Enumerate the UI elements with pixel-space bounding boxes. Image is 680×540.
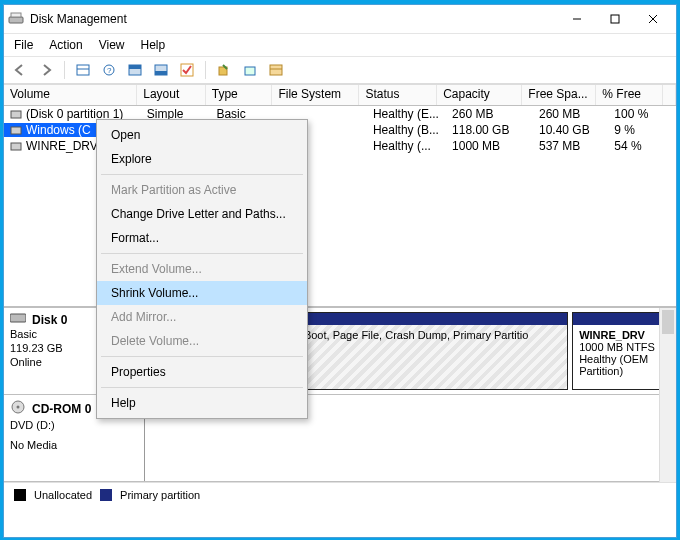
col-status[interactable]: Status <box>359 85 437 105</box>
svg-rect-17 <box>270 65 282 75</box>
svg-rect-3 <box>611 15 619 23</box>
partition-title: WINRE_DRV <box>579 329 665 341</box>
context-separator <box>101 174 303 175</box>
volume-free: 260 MB <box>533 107 608 121</box>
volume-icon <box>10 140 22 152</box>
volume-free: 537 MB <box>533 139 608 153</box>
svg-rect-11 <box>129 65 141 69</box>
context-separator <box>101 387 303 388</box>
close-button[interactable] <box>634 8 672 30</box>
partition-sub2: Healthy (OEM Partition) <box>579 353 665 377</box>
disk-title: Disk 0 <box>32 313 67 327</box>
context-item: Extend Volume... <box>97 257 307 281</box>
volume-pct: 100 % <box>608 107 676 121</box>
volume-context-menu: OpenExploreMark Partition as ActiveChang… <box>96 119 308 419</box>
col-filesystem[interactable]: File System <box>272 85 359 105</box>
context-item: Delete Volume... <box>97 329 307 353</box>
menu-help[interactable]: Help <box>141 38 166 52</box>
svg-rect-20 <box>11 127 21 134</box>
svg-rect-19 <box>11 111 21 118</box>
volume-capacity: 1000 MB <box>446 139 533 153</box>
menu-bar: File Action View Help <box>4 34 676 57</box>
volume-pct: 9 % <box>608 123 676 137</box>
menu-view[interactable]: View <box>99 38 125 52</box>
connect-icon[interactable] <box>240 60 260 80</box>
svg-text:?: ? <box>107 66 112 75</box>
context-item: Add Mirror... <box>97 305 307 329</box>
volume-list-header: Volume Layout Type File System Status Ca… <box>4 84 676 106</box>
window-title: Disk Management <box>30 12 558 26</box>
refresh-icon[interactable] <box>214 60 234 80</box>
volume-icon <box>10 108 22 120</box>
swatch-unallocated <box>14 489 26 501</box>
svg-rect-0 <box>9 17 23 23</box>
menu-action[interactable]: Action <box>49 38 82 52</box>
col-layout[interactable]: Layout <box>137 85 206 105</box>
volume-icon <box>10 124 22 136</box>
back-icon[interactable] <box>10 60 30 80</box>
volume-status: Healthy (... <box>367 139 446 153</box>
context-item: Mark Partition as Active <box>97 178 307 202</box>
cdrom-state: No Media <box>10 438 138 452</box>
svg-rect-1 <box>11 13 21 17</box>
legend-primary: Primary partition <box>120 489 200 501</box>
svg-rect-6 <box>77 65 89 75</box>
cdrom-kind: DVD (D:) <box>10 418 138 432</box>
titlebar: Disk Management <box>4 5 676 34</box>
col-capacity[interactable]: Capacity <box>437 85 522 105</box>
col-pad <box>663 85 676 105</box>
volume-capacity: 118.00 GB <box>446 123 533 137</box>
partition-sub: 1000 MB NTFS <box>579 341 665 353</box>
context-separator <box>101 356 303 357</box>
context-item[interactable]: Explore <box>97 147 307 171</box>
toolbar: ? <box>4 57 676 84</box>
context-item[interactable]: Properties <box>97 360 307 384</box>
svg-point-24 <box>17 406 20 409</box>
svg-rect-16 <box>245 67 255 75</box>
context-separator <box>101 253 303 254</box>
settings-icon[interactable] <box>266 60 286 80</box>
context-item[interactable]: Format... <box>97 226 307 250</box>
partition-stripe <box>573 313 671 325</box>
col-free[interactable]: Free Spa... <box>522 85 596 105</box>
window-controls <box>558 8 672 30</box>
context-item[interactable]: Change Drive Letter and Paths... <box>97 202 307 226</box>
menu-file[interactable]: File <box>14 38 33 52</box>
grid-bottom-icon[interactable] <box>151 60 171 80</box>
cdrom-title: CD-ROM 0 <box>32 402 91 416</box>
disk-management-window: Disk Management File Action View Help ? … <box>3 4 677 538</box>
partition[interactable]: WINRE_DRV1000 MB NTFSHealthy (OEM Partit… <box>572 312 672 390</box>
svg-rect-22 <box>10 314 26 322</box>
forward-icon[interactable] <box>36 60 56 80</box>
legend-unallocated: Unallocated <box>34 489 92 501</box>
volume-free: 10.40 GB <box>533 123 608 137</box>
partition-body: WINRE_DRV1000 MB NTFSHealthy (OEM Partit… <box>573 325 671 389</box>
volume-status: Healthy (E... <box>367 107 446 121</box>
disk-mgmt-icon <box>8 11 24 27</box>
context-item[interactable]: Help <box>97 391 307 415</box>
context-item[interactable]: Shrink Volume... <box>97 281 307 305</box>
col-volume[interactable]: Volume <box>4 85 137 105</box>
maximize-button[interactable] <box>596 8 634 30</box>
toolbar-sep2 <box>205 61 206 79</box>
panel-icon[interactable] <box>73 60 93 80</box>
col-type[interactable]: Type <box>206 85 273 105</box>
minimize-button[interactable] <box>558 8 596 30</box>
svg-rect-13 <box>155 71 167 75</box>
help-icon[interactable]: ? <box>99 60 119 80</box>
volume-capacity: 260 MB <box>446 107 533 121</box>
scroll-thumb[interactable] <box>662 310 674 334</box>
check-icon[interactable] <box>177 60 197 80</box>
swatch-primary <box>100 489 112 501</box>
legend: Unallocated Primary partition <box>4 482 676 507</box>
context-item[interactable]: Open <box>97 123 307 147</box>
svg-rect-21 <box>11 143 21 150</box>
col-pct[interactable]: % Free <box>596 85 663 105</box>
cdrom-icon <box>10 399 26 418</box>
vertical-scrollbar[interactable] <box>659 308 676 482</box>
volume-pct: 54 % <box>608 139 676 153</box>
toolbar-sep <box>64 61 65 79</box>
volume-status: Healthy (B... <box>367 123 446 137</box>
grid-top-icon[interactable] <box>125 60 145 80</box>
hdd-icon <box>10 312 26 327</box>
